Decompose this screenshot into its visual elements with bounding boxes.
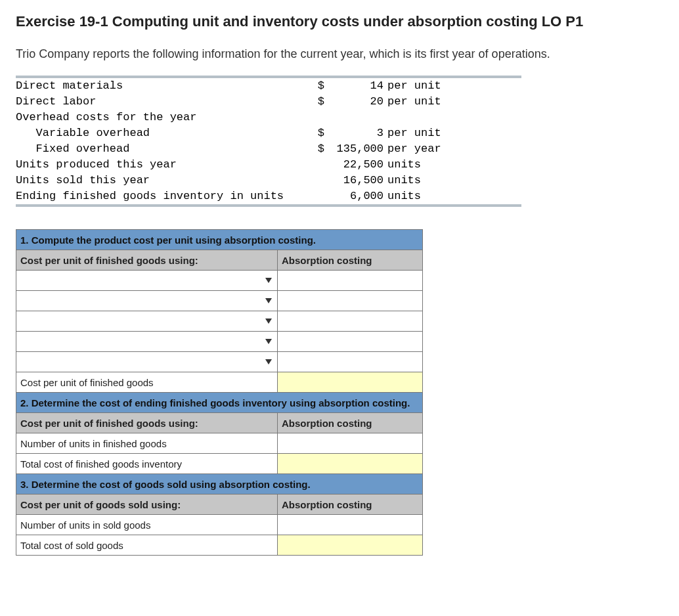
units-produced-value: 22,500: [324, 157, 383, 173]
ending-inventory-unit: units: [383, 188, 421, 204]
q1-cost-item-5-dropdown[interactable]: [16, 352, 278, 372]
q3-total-label: Total cost of sold goods: [16, 535, 278, 556]
q3-header: 3. Determine the cost of goods sold usin…: [16, 474, 423, 495]
ending-inventory-value: 6,000: [324, 188, 383, 204]
q1-cost-value-2-input[interactable]: [277, 291, 422, 311]
q2-subhead-left: Cost per unit of finished goods using:: [16, 413, 278, 433]
variable-overhead-unit: per unit: [383, 125, 441, 141]
variable-overhead-value: 3: [324, 125, 383, 141]
q1-total-value: [277, 372, 422, 393]
direct-materials-unit: per unit: [383, 78, 441, 94]
q3-subhead-left: Cost per unit of goods sold using:: [16, 495, 278, 515]
q1-cost-item-2-dropdown[interactable]: [16, 291, 278, 311]
q2-total-value: [277, 454, 422, 474]
q2-total-label: Total cost of finished goods inventory: [16, 454, 278, 474]
q2-units-label: Number of units in finished goods: [16, 433, 278, 454]
units-sold-label: Units sold this year: [16, 173, 305, 188]
direct-materials-value: 14: [324, 78, 383, 94]
q2-units-input[interactable]: [277, 433, 422, 454]
units-produced-unit: units: [383, 157, 421, 173]
q1-total-label: Cost per unit of finished goods: [16, 372, 278, 393]
given-data-panel: Direct materials $ 14 per unit Direct la…: [16, 76, 521, 207]
q3-subhead-right: Absorption costing: [277, 495, 422, 515]
worksheet-table: 1. Compute the product cost per unit usi…: [16, 229, 423, 556]
direct-labor-value: 20: [324, 94, 383, 110]
q3-units-label: Number of units in sold goods: [16, 515, 278, 535]
q1-subhead-left: Cost per unit of finished goods using:: [16, 250, 278, 271]
direct-materials-currency: $: [305, 78, 324, 94]
intro-text: Trio Company reports the following infor…: [16, 47, 663, 61]
units-sold-value: 16,500: [324, 173, 383, 188]
q1-cost-value-5-input[interactable]: [277, 352, 422, 372]
q2-header: 2. Determine the cost of ending finished…: [16, 393, 423, 413]
page-title: Exercise 19-1 Computing unit and invento…: [16, 13, 663, 30]
q1-cost-item-1-dropdown[interactable]: [16, 271, 278, 291]
q1-cost-value-4-input[interactable]: [277, 332, 422, 352]
fixed-overhead-unit: per year: [383, 141, 441, 157]
direct-labor-currency: $: [305, 94, 324, 110]
direct-labor-label: Direct labor: [16, 94, 305, 110]
fixed-overhead-label: Fixed overhead: [16, 141, 305, 157]
q1-subhead-right: Absorption costing: [277, 250, 422, 271]
q1-header: 1. Compute the product cost per unit usi…: [16, 230, 423, 250]
q1-cost-value-3-input[interactable]: [277, 311, 422, 332]
q2-subhead-right: Absorption costing: [277, 413, 422, 433]
overhead-header: Overhead costs for the year: [16, 110, 305, 125]
ending-inventory-label: Ending finished goods inventory in units: [16, 188, 305, 204]
direct-materials-label: Direct materials: [16, 78, 305, 94]
units-sold-unit: units: [383, 173, 421, 188]
q3-units-input[interactable]: [277, 515, 422, 535]
q1-cost-value-1-input[interactable]: [277, 271, 422, 291]
q1-cost-item-4-dropdown[interactable]: [16, 332, 278, 352]
direct-labor-unit: per unit: [383, 94, 441, 110]
q1-cost-item-3-dropdown[interactable]: [16, 311, 278, 332]
fixed-overhead-value: 135,000: [324, 141, 383, 157]
units-produced-label: Units produced this year: [16, 157, 305, 173]
q3-total-value: [277, 535, 422, 556]
variable-overhead-label: Variable overhead: [16, 125, 305, 141]
fixed-overhead-currency: $: [305, 141, 324, 157]
variable-overhead-currency: $: [305, 125, 324, 141]
